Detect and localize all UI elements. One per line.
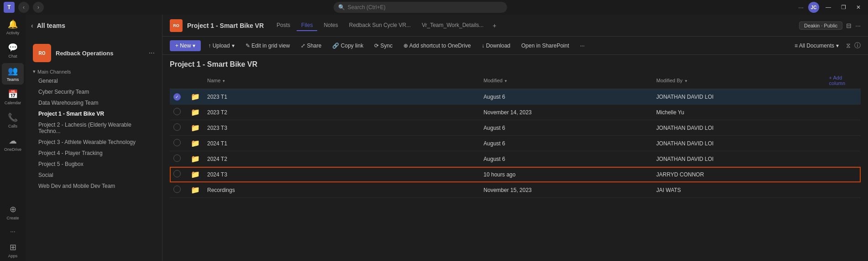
file-name-cell[interactable]: Recordings [204,182,480,198]
sidebar-item-onedrive[interactable]: ☁ OneDrive [2,133,24,154]
file-extra-cell [826,105,861,120]
back-to-teams-button[interactable]: ‹ [31,22,33,29]
row-checkbox[interactable] [173,139,181,146]
tab-vr-team[interactable]: Vr_Team_Work_Details... [417,20,488,31]
minimize-button[interactable]: — [822,4,835,11]
file-modified-cell: August 6 [480,151,653,167]
file-modified-cell: 10 hours ago [480,167,653,182]
sync-button[interactable]: ⟳ Sync [371,41,396,51]
row-check[interactable] [170,151,187,167]
row-checkbox[interactable] [173,154,181,162]
copy-link-button[interactable]: 🔗 Copy link [329,41,367,51]
edit-grid-button[interactable]: ✎ Edit in grid view [242,41,293,51]
table-row[interactable]: ✓📁2023 T1August 6JONATHAN DAVID LOI [170,89,861,105]
row-checkbox[interactable] [173,170,181,177]
file-name-cell[interactable]: 2023 T2 [204,105,480,120]
view-options-button[interactable]: ⊟ [846,22,852,29]
file-name-cell[interactable]: 2024 T2 [204,151,480,167]
channel-more-button[interactable]: ··· [855,22,861,29]
tab-notes[interactable]: Notes [319,20,342,31]
file-modifiedby-cell: JONATHAN DAVID LOI [653,120,826,136]
tab-redback[interactable]: Redback Sun Cycle VR... [345,20,415,31]
sidebar-item-teams[interactable]: 👥 Teams [2,63,24,85]
channel-cyber-security[interactable]: Cyber Security Team [27,86,160,97]
sidebar-item-activity[interactable]: 🔔 Activity [2,16,24,38]
file-name-cell[interactable]: 2023 T3 [204,120,480,136]
table-row[interactable]: 📁2023 T3August 6JONATHAN DAVID LOI [170,120,861,136]
new-button[interactable]: + New ▾ [170,40,201,51]
filter-button[interactable]: ⧖ [846,42,851,49]
channel-project4[interactable]: Project 4 - Player Tracking [27,148,160,159]
download-button[interactable]: ↓ Download [478,41,514,51]
back-nav-button[interactable]: ‹ [18,2,29,13]
row-check[interactable] [170,120,187,136]
info-button[interactable]: ⓘ [854,42,861,50]
add-column-header[interactable]: + Add column [826,72,861,89]
table-row[interactable]: 📁2024 T1August 6JONATHAN DAVID LOI [170,136,861,151]
channel-project2[interactable]: Project 2 - Lachesis (Elderly Wearable T… [27,119,160,137]
calendar-label: Calendar [5,101,21,105]
channel-social[interactable]: Social [27,170,160,181]
share-button[interactable]: ⤢ Share [297,41,325,51]
file-modified-cell: August 6 [480,120,653,136]
file-name-cell[interactable]: 2023 T1 [204,89,480,105]
name-col-header[interactable]: Name ▾ [204,72,480,89]
add-shortcut-button[interactable]: ⊕ Add shortcut to OneDrive [400,41,474,51]
table-row[interactable]: 📁2023 T2November 14, 2023Michelle Yu [170,105,861,120]
search-bar[interactable]: 🔍 Search (Ctrl+E) [334,2,507,13]
channel-project3[interactable]: Project 3 - Athlete Wearable Technology [27,137,160,148]
row-check[interactable] [170,182,187,198]
table-row[interactable]: 📁RecordingsNovember 15, 2023JAI WATS [170,182,861,198]
file-type-icon: 📁 [187,89,204,105]
edit-grid-label: ✎ Edit in grid view [246,43,290,49]
upload-button[interactable]: ↑ Upload ▾ [204,41,238,51]
row-checkbox[interactable]: ✓ [173,93,181,101]
row-check[interactable] [170,136,187,151]
channel-project5[interactable]: Project 5 - Bugbox [27,159,160,170]
row-checkbox[interactable] [173,186,181,193]
open-sharepoint-button[interactable]: Open in SharePoint [518,41,573,51]
file-name-cell[interactable]: 2024 T3 [204,167,480,182]
restore-button[interactable]: ❐ [837,4,850,11]
sidebar-item-calls[interactable]: 📞 Calls [2,110,24,131]
more-options-button[interactable]: ··· [796,3,805,12]
channel-webdev[interactable]: Web Dev and Mobile Dev Team [27,181,160,192]
modifiedby-sort-icon: ▾ [685,79,687,83]
row-checkbox[interactable] [173,123,181,131]
row-check[interactable] [170,105,187,120]
channel-project1[interactable]: Project 1 - Smart Bike VR [27,108,160,119]
row-check[interactable]: ✓ [170,89,187,105]
onedrive-icon: ☁ [9,136,17,146]
row-check[interactable] [170,167,187,182]
table-row[interactable]: 📁2024 T2August 6JONATHAN DAVID LOI [170,151,861,167]
row-checkbox[interactable] [173,108,181,115]
sidebar-item-create[interactable]: ⊕ Create [2,202,24,223]
sidebar-item-chat[interactable]: 💬 Chat [2,40,24,61]
file-extra-cell [826,167,861,182]
sidebar-item-calendar[interactable]: 📅 Calendar [2,86,24,108]
toolbar-more-button[interactable]: ··· [576,41,588,51]
team-more-button[interactable]: ··· [149,49,155,57]
file-modifiedby-cell: Michelle Yu [653,105,826,120]
calendar-icon: 📅 [8,89,18,99]
sidebar-item-more[interactable]: ··· [2,225,24,238]
avatar[interactable]: JC [808,2,819,13]
modifiedby-col-header[interactable]: Modified By ▾ [653,72,826,89]
all-documents-button[interactable]: ≡ All Documents ▾ [791,41,842,51]
table-row[interactable]: 📁2024 T310 hours agoJARRYD CONNOR [170,167,861,182]
modified-col-header[interactable]: Modified ▾ [480,72,653,89]
tab-posts[interactable]: Posts [272,20,295,31]
sync-label: ⟳ Sync [374,43,392,49]
search-placeholder: Search (Ctrl+E) [348,4,386,11]
tab-files[interactable]: Files [297,20,317,31]
file-modifiedby-cell: JONATHAN DAVID LOI [653,151,826,167]
channel-general[interactable]: General [27,75,160,86]
forward-nav-button[interactable]: › [33,2,44,13]
channel-data-warehousing[interactable]: Data Warehousing Team [27,97,160,108]
close-button[interactable]: ✕ [852,4,864,11]
file-name-cell[interactable]: 2024 T1 [204,136,480,151]
sidebar-item-apps[interactable]: ⊞ Apps [2,240,24,261]
new-chevron-icon: ▾ [193,43,195,49]
add-tab-button[interactable]: + [490,22,499,29]
chat-label: Chat [8,54,17,59]
